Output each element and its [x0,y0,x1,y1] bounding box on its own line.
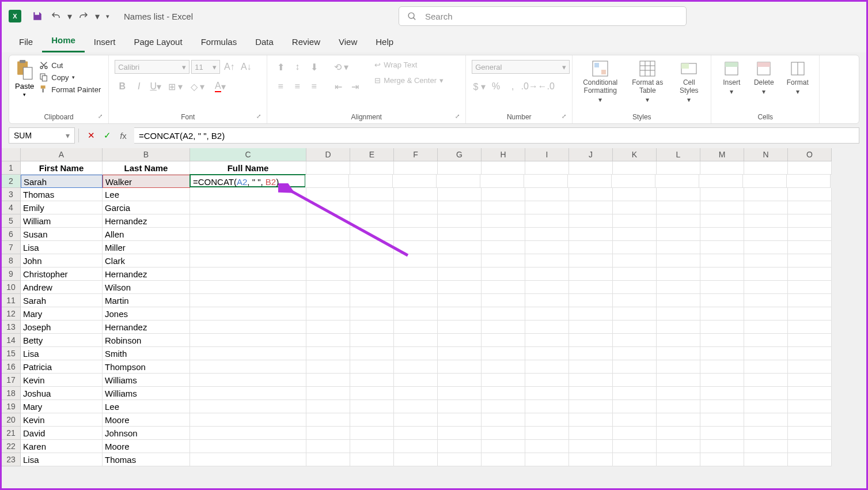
orientation-button[interactable]: ⟲ ▾ [331,60,351,74]
cell[interactable] [525,188,569,201]
cell-c13[interactable] [190,321,306,334]
cell[interactable] [569,347,613,360]
row-header-4[interactable]: 4 [2,201,21,214]
cell[interactable] [700,400,744,413]
cell[interactable] [569,321,613,334]
cell[interactable] [788,387,832,400]
cell-c15[interactable] [190,347,306,360]
increase-indent-icon[interactable]: ⇥ [347,80,362,93]
cell[interactable] [350,267,394,281]
cell[interactable] [394,161,438,175]
cell[interactable] [700,453,744,466]
cell[interactable] [482,228,525,241]
cell[interactable] [525,254,569,267]
cell-a23[interactable]: Lisa [21,453,103,466]
cell[interactable] [525,161,569,175]
cell[interactable] [394,201,438,214]
number-format-combo[interactable]: General▾ [472,60,570,74]
cell[interactable] [613,427,657,440]
cell-c4[interactable] [190,201,306,214]
cell[interactable] [788,214,832,228]
cell[interactable] [788,307,832,321]
column-header-E[interactable]: E [350,148,394,161]
cell[interactable] [394,254,438,267]
cell[interactable] [569,374,613,387]
cell[interactable] [306,360,350,374]
align-left-icon[interactable]: ≡ [273,80,288,93]
cell[interactable] [394,267,438,281]
cell[interactable] [394,188,438,201]
column-header-K[interactable]: K [613,148,657,161]
italic-button[interactable]: I [131,80,146,93]
cell[interactable] [613,334,657,347]
cell[interactable] [350,188,394,201]
cell[interactable] [744,387,788,400]
cell-a6[interactable]: Susan [21,228,103,241]
cell-c3[interactable] [190,188,306,201]
cell[interactable] [482,334,525,347]
redo-button[interactable] [75,7,92,25]
cell[interactable] [657,347,700,360]
cell-b20[interactable]: Moore [103,413,190,427]
paste-button[interactable]: Paste ▾ [15,60,34,97]
cell[interactable] [482,374,525,387]
select-all-corner[interactable] [2,148,21,161]
cell-b15[interactable]: Smith [103,347,190,360]
cell[interactable] [350,440,394,453]
name-box[interactable]: SUM▾ [9,127,75,144]
cell[interactable] [657,294,700,307]
cell[interactable] [788,374,832,387]
cell[interactable] [699,175,743,188]
column-header-F[interactable]: F [394,148,438,161]
cell-c21[interactable] [190,427,306,440]
column-header-J[interactable]: J [569,148,613,161]
cell[interactable] [788,427,832,440]
delete-cells-button[interactable]: Delete ▾ [749,60,778,96]
conditional-formatting-button[interactable]: Conditional Formatting ▾ [578,60,622,104]
cell[interactable] [394,400,438,413]
cell[interactable] [788,400,832,413]
align-center-icon[interactable]: ≡ [290,80,305,93]
cell[interactable] [569,201,613,214]
cell[interactable] [657,321,700,334]
cell[interactable] [350,427,394,440]
cell[interactable] [438,321,482,334]
cell[interactable] [788,453,832,466]
cell[interactable] [569,214,613,228]
cell[interactable] [788,281,832,294]
cell-c16[interactable] [190,360,306,374]
wrap-text-button[interactable]: ↩Wrap Text [373,60,445,70]
cell[interactable] [700,254,744,267]
row-header-11[interactable]: 11 [2,294,21,307]
cell[interactable] [438,228,482,241]
cell[interactable] [569,400,613,413]
cell[interactable] [613,360,657,374]
cell[interactable] [525,374,569,387]
cell[interactable] [525,360,569,374]
cell[interactable] [788,440,832,453]
cell[interactable] [744,201,788,214]
cell[interactable] [350,294,394,307]
cell[interactable] [525,334,569,347]
cell[interactable] [657,453,700,466]
cell[interactable] [788,413,832,427]
cell-a2[interactable]: Sarah [21,175,103,188]
cell[interactable] [657,254,700,267]
cell[interactable] [569,228,613,241]
row-header-2[interactable]: 2 [2,175,21,188]
cell-styles-button[interactable]: Cell Styles ▾ [673,60,705,104]
cell[interactable] [350,161,394,175]
cell[interactable] [657,334,700,347]
cell[interactable] [350,374,394,387]
cell[interactable] [525,321,569,334]
cell-b8[interactable]: Clark [103,254,190,267]
cell[interactable] [350,228,394,241]
row-header-10[interactable]: 10 [2,281,21,294]
cell[interactable] [700,440,744,453]
cell[interactable] [744,374,788,387]
cell[interactable] [657,307,700,321]
cell[interactable] [525,307,569,321]
cell[interactable] [569,427,613,440]
cell[interactable] [788,360,832,374]
cell[interactable] [700,321,744,334]
